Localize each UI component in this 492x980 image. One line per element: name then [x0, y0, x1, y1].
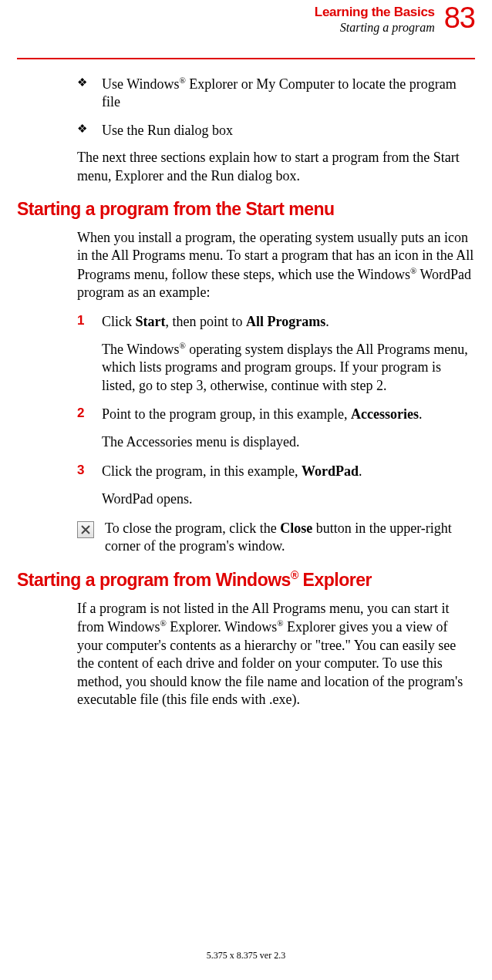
explorer-paragraph: If a program is not listed in the All Pr… — [77, 600, 475, 709]
page-header: Learning the Basics Starting a program 8… — [0, 0, 492, 35]
step-item: 3 Click the program, in this example, Wo… — [77, 463, 475, 509]
intro-paragraph: The next three sections explain how to s… — [77, 149, 475, 185]
section-title: Starting a program — [315, 21, 435, 35]
header-text-block: Learning the Basics Starting a program — [315, 3, 435, 35]
step-text: Click the program, in this example, Word… — [102, 463, 475, 480]
step-text: Click Start, then point to All Programs. — [102, 313, 475, 331]
step-result: The Windows® operating system displays t… — [102, 340, 475, 395]
step-text: Point to the program group, in this exam… — [102, 406, 475, 423]
heading-start-menu: Starting a program from the Start menu — [17, 199, 475, 220]
heading-explorer: Starting a program from Windows® Explore… — [17, 569, 475, 591]
bullet-item: Use the Run dialog box — [77, 121, 475, 140]
step-item: 1 Click Start, then point to All Program… — [77, 313, 475, 396]
close-tip-row: To close the program, click the Close bu… — [77, 520, 475, 556]
step-number: 3 — [77, 463, 84, 478]
bullet-text: Use the Run dialog box — [102, 123, 233, 138]
step-result: WordPad opens. — [102, 490, 475, 508]
steps-list: 1 Click Start, then point to All Program… — [77, 313, 475, 509]
step-result: The Accessories menu is displayed. — [102, 433, 475, 451]
footer-text: 5.375 x 8.375 ver 2.3 — [0, 950, 492, 961]
page-number: 83 — [444, 3, 475, 32]
step-number: 1 — [77, 313, 84, 328]
bullet-item: Use Windows® Explorer or My Computer to … — [77, 75, 475, 112]
step-number: 2 — [77, 406, 84, 421]
page-content: Use Windows® Explorer or My Computer to … — [0, 59, 492, 709]
close-tip-text: To close the program, click the Close bu… — [105, 520, 475, 556]
step-item: 2 Point to the program group, in this ex… — [77, 406, 475, 452]
start-menu-paragraph: When you install a program, the operatin… — [77, 229, 475, 302]
bullet-list: Use Windows® Explorer or My Computer to … — [77, 75, 475, 140]
chapter-title: Learning the Basics — [315, 5, 435, 20]
close-icon — [77, 521, 94, 538]
bullet-text: Use Windows® Explorer or My Computer to … — [102, 76, 457, 109]
